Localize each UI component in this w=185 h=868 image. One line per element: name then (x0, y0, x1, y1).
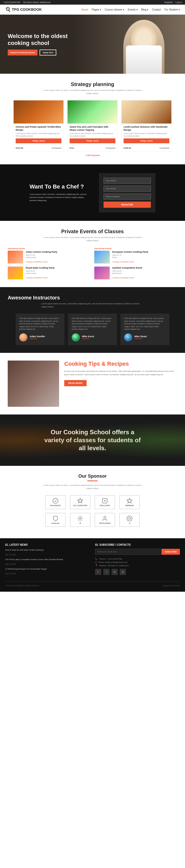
footer: 01. LATEST NEWS How to Start an Old Slow… (0, 538, 185, 592)
event-title: Sashimi Competition Event (112, 267, 142, 269)
chef-email-input[interactable] (103, 186, 151, 192)
event-info: Asian Cuisine Cooking Party 2022-07-09 O… (26, 251, 57, 264)
instructor-name: Adam Sandler (30, 335, 45, 338)
course-card: Lentil-Cashew Hummus with Handmade Recip… (121, 100, 172, 152)
sponsor-logo-label: EXCLUSIVE (100, 505, 110, 506)
footer-news-item: 12 Refreshing Recipes for Homemade Ginge… (5, 568, 90, 575)
course-demo-btn[interactable]: Today_demo (70, 138, 115, 143)
instructors-subtitle: Lorem ipsum dolor sit amet, consectetur … (41, 302, 144, 308)
subscribe-btn[interactable]: SUBSCRIBE (162, 549, 180, 555)
nav-courses[interactable]: Course classes ▾ (104, 8, 124, 11)
hero-chef-image (123, 17, 169, 74)
youtube-icon[interactable]: yt (120, 569, 126, 575)
tips-image (8, 361, 59, 407)
course-card-title: Lentil-Cashew Hummus with Handmade Recip… (124, 126, 169, 131)
instructor-role: Instructor (134, 338, 147, 340)
event-info: Sashimi Competition Event 2022-09-22 Man… (112, 267, 142, 279)
course-lessons: 14 lessons (52, 147, 61, 149)
view-all-courses[interactable]: » All Courses (8, 154, 177, 157)
course-demo-btn[interactable]: Today_demo (16, 138, 61, 143)
sponsor-title: Our Sponsor (8, 473, 177, 479)
course-lessons: 14 lessons (160, 147, 169, 149)
register-btn[interactable]: REGISTER (103, 202, 151, 208)
course-price: Free (70, 147, 74, 149)
nav-links: Home Pages ▾ Course classes ▾ Events ▾ B… (81, 8, 180, 11)
hero-section: Welcome to the oldest cooking school Exp… (0, 14, 185, 74)
footer-social: f t in yt (95, 569, 180, 575)
classes-dark-section: Our Cooking School offers a variety of c… (0, 414, 185, 466)
topbar-login[interactable]: Log In (176, 1, 182, 4)
sponsor-logo: ⊙ (119, 513, 140, 527)
topbar-phone: +1(012)3456789 (3, 1, 20, 4)
nav-blog[interactable]: Blog ▾ (141, 8, 149, 11)
course-card-image (68, 100, 117, 124)
course-card-meta: Lorem ipsum dolor sit amet, consectetur … (70, 132, 115, 134)
instructor-name: Mike Kunis (82, 335, 94, 338)
facebook-icon[interactable]: f (95, 569, 101, 575)
event-item: Royal-Style Cooking Party 2022-10-16 Onl… (8, 267, 91, 279)
events-label-upcoming: Upcoming Events (8, 247, 91, 250)
nav-student[interactable]: For Student ▾ (164, 8, 180, 11)
footer-subscribe-col: 02. SUBSCRIBE / CONTACTS SUBSCRIBE 📞 Pho… (95, 544, 180, 577)
footer-contacts: 📞 Phone: +1-012-345-6789 ✉ Email: info@c… (95, 558, 180, 567)
sponsor-logo-label: ROCINANTE (50, 505, 61, 506)
event-info: European Cuisine Cooking Party 2020-07-2… (112, 251, 148, 264)
twitter-icon[interactable]: t (103, 569, 110, 575)
instructor-avatar (72, 333, 80, 342)
instructors-grid: Click with button to change this text. L… (8, 314, 177, 345)
sponsor-logo-label: GENTLEMAN (99, 522, 111, 524)
events-label-upcoming2: Upcoming Events (94, 247, 177, 250)
nav-pages[interactable]: Pages ▾ (92, 8, 101, 11)
sponsor-logo-label: ⚙ (80, 522, 81, 524)
footer-news-link[interactable]: The Food Lady's Complete Guide to Sous V… (5, 558, 90, 561)
subscribe-input[interactable] (95, 549, 162, 555)
topbar-register[interactable]: Register (164, 1, 173, 4)
nav-home[interactable]: Home (81, 8, 88, 11)
event-tag: Cooking Competition Event (112, 261, 134, 263)
chef-name-input[interactable] (103, 178, 151, 184)
sponsor-logo-label: Authentic (51, 522, 60, 524)
svg-point-6 (128, 518, 130, 520)
instructor-details: Mike Stuart Instructor (134, 335, 147, 340)
event-image (8, 267, 23, 279)
event-info: Royal-Style Cooking Party 2022-10-16 Onl… (26, 267, 55, 279)
contact-address: 📍 Address: 99 West St, Melbourne (95, 564, 180, 567)
sponsor-logo-label: CAL VEJER PAN (73, 505, 87, 506)
event-image (94, 267, 110, 279)
sponsor-logos-row-2: Authentic ⚙ GENTLEMAN ⊙ (8, 513, 177, 527)
nav-events[interactable]: Events ▾ (128, 8, 137, 11)
event-date: 2022-10-16 (26, 270, 55, 272)
sponsor-logo: Authentic (45, 513, 66, 527)
sponsor-logo: ROCINANTE (45, 495, 66, 509)
instructor-profile: Adam Sandler Instructor (19, 333, 61, 342)
chef-phone-input[interactable] (103, 194, 151, 199)
event-tag: Cooking Competition Event (26, 261, 48, 263)
footer-news-link[interactable]: How to Start an Old Slow Cooker Delicacy (5, 549, 90, 551)
hero-buttons: Explore Cooking Classes Apply Now (8, 50, 80, 56)
explore-btn[interactable]: Explore Cooking Classes (8, 50, 37, 56)
instructor-profile: Mike Stuart Instructor (124, 333, 166, 342)
instructor-profile: Mike Kunis Instructor (72, 333, 113, 342)
footer-bottom: © 2022 TPG Cookbook. All rights reserved… (5, 581, 180, 587)
sponsor-divider (87, 480, 98, 481)
course-demo-btn[interactable]: Today_demo (124, 138, 169, 143)
course-card-footer: Free 14 lessons (68, 147, 117, 151)
course-card-meta: Lorem ipsum dolor sit amet, consectetur … (124, 132, 169, 134)
readmore-btn[interactable]: READ MORE (64, 380, 87, 386)
events-column-left: Upcoming Events Asian Cuisine Cooking Pa… (8, 247, 91, 279)
event-date: 2020-07-25 (112, 254, 148, 256)
course-lessons: 14 lessons (105, 147, 115, 149)
svg-point-4 (104, 516, 106, 518)
svg-marker-2 (127, 498, 132, 503)
instructor-text: Click with button to change this text. L… (19, 317, 61, 331)
event-item: European Cuisine Cooking Party 2020-07-2… (94, 251, 177, 264)
course-card-footer: €214.00 14 lessons (13, 147, 63, 151)
chef-registration-form: REGISTER (99, 173, 155, 212)
contact-phone: 📞 Phone: +1-012-345-6789 (95, 558, 180, 560)
nav-contact[interactable]: Contact (152, 8, 161, 11)
instructor-avatar (124, 333, 132, 342)
footer-news-link[interactable]: 12 Refreshing Recipes for Homemade Ginge… (5, 568, 90, 570)
hero-content: Welcome to the oldest cooking school Exp… (8, 33, 80, 56)
apply-btn[interactable]: Apply Now (39, 50, 56, 56)
instagram-icon[interactable]: in (112, 569, 118, 575)
